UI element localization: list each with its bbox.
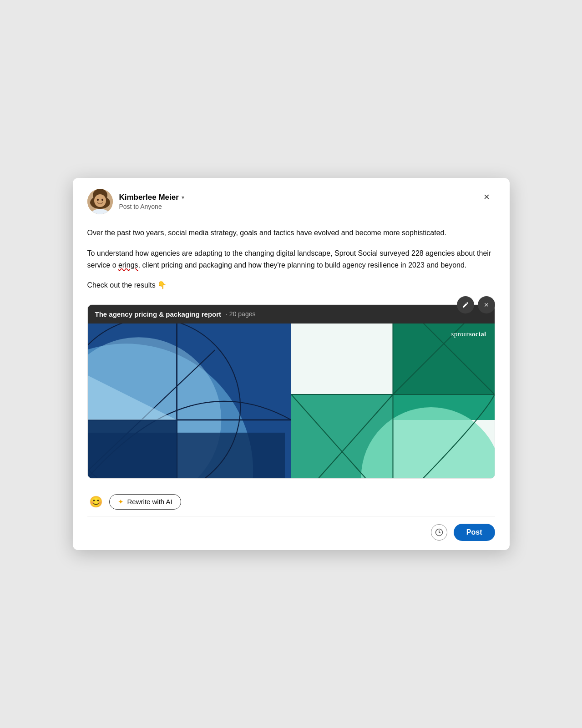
footer-row: Post <box>87 516 495 550</box>
link-card-header: The agency pricing & packaging report · … <box>88 305 495 324</box>
schedule-button[interactable] <box>431 524 447 541</box>
toolbar-row: 😊 ✦ Rewrite with AI <box>87 488 495 514</box>
link-card-title: The agency pricing & packaging report <box>95 310 222 318</box>
brand-logo: sproutsocial <box>451 330 486 338</box>
post-paragraph-2: To understand how agencies are adapting … <box>87 248 495 272</box>
card-right-panel: sproutsocial <box>291 324 495 478</box>
attachment-actions <box>457 296 495 313</box>
svg-point-5 <box>101 199 103 201</box>
close-button[interactable]: × <box>479 189 495 205</box>
post-visibility: Post to Anyone <box>119 203 184 210</box>
star-icon: ✦ <box>118 498 124 506</box>
post-button[interactable]: Post <box>454 524 495 541</box>
post-paragraph-1: Over the past two years, social media st… <box>87 227 495 239</box>
link-card-pages: · 20 pages <box>226 310 255 318</box>
card-left-panel <box>88 324 291 478</box>
svg-point-4 <box>97 199 99 201</box>
post-body: Over the past two years, social media st… <box>87 227 495 292</box>
dropdown-arrow-icon[interactable]: ▾ <box>182 194 184 201</box>
svg-point-3 <box>94 194 106 207</box>
avatar <box>87 189 113 214</box>
link-card[interactable]: The agency pricing & packaging report · … <box>87 304 495 479</box>
post-paragraph-3: Check out the results 👇 <box>87 279 495 291</box>
user-name: Kimberlee Meier <box>119 193 179 202</box>
post-modal: Kimberlee Meier ▾ Post to Anyone × Over … <box>73 178 510 550</box>
emoji-button[interactable]: 😊 <box>87 495 105 509</box>
rewrite-ai-label: Rewrite with AI <box>127 498 172 506</box>
remove-attachment-button[interactable] <box>478 296 495 313</box>
modal-header: Kimberlee Meier ▾ Post to Anyone × <box>87 189 495 214</box>
attachment-area: The agency pricing & packaging report · … <box>87 304 495 479</box>
rewrite-ai-button[interactable]: ✦ Rewrite with AI <box>109 494 181 510</box>
link-card-images: sproutsocial <box>88 324 495 478</box>
header-left: Kimberlee Meier ▾ Post to Anyone <box>87 189 184 214</box>
user-name-row: Kimberlee Meier ▾ <box>119 193 184 202</box>
user-info: Kimberlee Meier ▾ Post to Anyone <box>119 193 184 210</box>
edit-attachment-button[interactable] <box>457 296 474 313</box>
